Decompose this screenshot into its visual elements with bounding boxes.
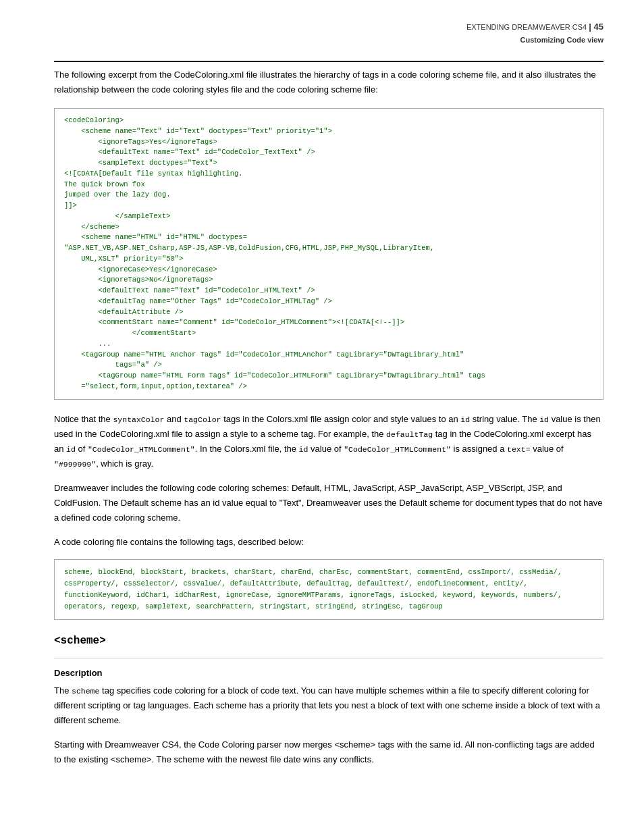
para1-text1: Notice that the [54,414,113,424]
para1-code6: id [66,445,76,454]
para1-code5: defaultTag [386,430,433,439]
xml-code-block: <codeColoring> <scheme name="Text" id="T… [54,108,603,400]
section-divider [54,658,603,658]
scheme-section-heading: <scheme> [54,635,603,647]
description-heading: Description [54,668,603,678]
para1-code7: "CodeColor_HTMLComment" [88,445,195,454]
para2-text: Dreamweaver includes the following code … [54,483,603,523]
body-para-3: A code coloring file contains the follow… [54,535,603,550]
page-number: | 45 [589,22,603,32]
desc-para-2: Starting with Dreamweaver CS4, the Code … [54,737,603,767]
body-para-2: Dreamweaver includes the following code … [54,481,603,525]
para1-code3: id [460,415,470,424]
para1-code11: "#999999" [54,460,96,469]
para1-text11: value of [531,444,564,454]
para1-text12: , which is gray. [96,459,153,469]
para1-code8: id [299,445,308,454]
intro-paragraph: The following excerpt from the CodeColor… [54,68,603,97]
page-header: EXTENDING DREAMWEAVER CS4 | 45 Customizi… [466,20,603,46]
para1-code2: tagColor [184,415,221,424]
para1-code9: "CodeColor_HTMLComment" [344,445,451,454]
desc-para1-text1: The [54,685,72,696]
tags-list-block: scheme, blockEnd, blockStart, brackets, … [54,559,603,619]
para1-text7: of [76,444,88,454]
desc-para1-text2: tag specifies code coloring for a block … [54,685,600,725]
top-divider [54,61,603,62]
para1-text2: and [164,414,184,424]
para1-text10: is assigned a [451,444,507,454]
para1-code1: syntaxColor [113,415,164,424]
para1-text9: value of [308,444,344,454]
desc-para1-code1: scheme [72,687,99,696]
page-container: EXTENDING DREAMWEAVER CS4 | 45 Customizi… [0,0,644,834]
header-subtitle: Customizing Code view [520,36,603,44]
desc-para-1: The scheme tag specifies code coloring f… [54,683,603,728]
para1-code10: text= [507,445,531,454]
para1-code4: id [539,415,549,424]
header-title: EXTENDING DREAMWEAVER CS4 [466,23,587,31]
para1-text3: tags in the Colors.xml file assign color… [221,414,461,424]
para1-text4: string value. The [470,414,539,424]
body-para-1: Notice that the syntaxColor and tagColor… [54,412,603,471]
para1-text8: . In the Colors.xml file, the [195,444,299,454]
